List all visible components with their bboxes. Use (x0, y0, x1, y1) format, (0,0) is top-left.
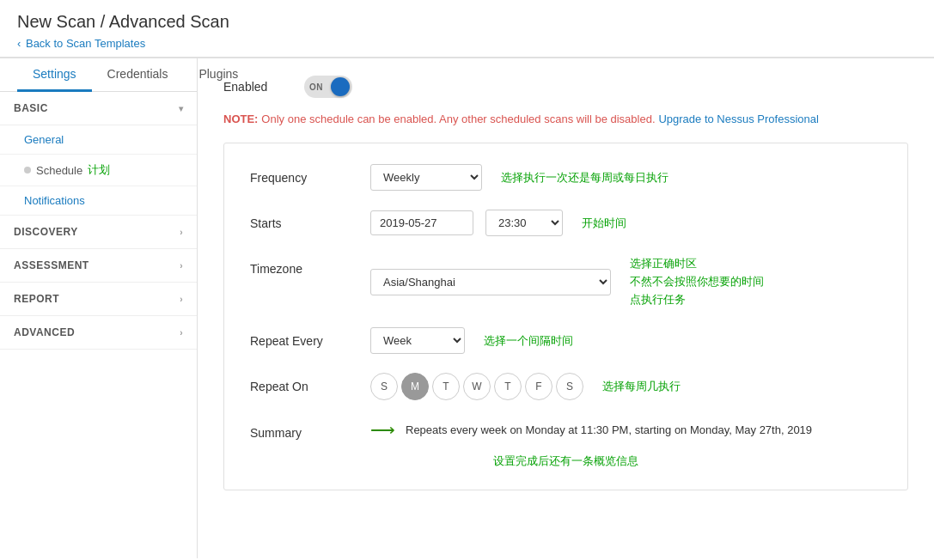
frequency-select[interactable]: Once Daily Weekly Monthly (370, 164, 482, 191)
day-btn-saturday[interactable]: S (556, 373, 583, 400)
note-text: Only one schedule can be enabled. Any ot… (261, 113, 655, 125)
tab-settings[interactable]: Settings (17, 58, 92, 92)
tab-credentials[interactable]: Credentials (92, 58, 184, 92)
timezone-label: Timezone (250, 255, 370, 276)
main-layout: Settings Credentials Plugins BASIC ▾ Gen… (0, 58, 934, 558)
enabled-row: Enabled ON (223, 76, 908, 98)
sidebar: Settings Credentials Plugins BASIC ▾ Gen… (0, 58, 198, 558)
frequency-label: Frequency (250, 164, 370, 185)
sidebar-report-section: REPORT › (0, 283, 197, 316)
sidebar-item-notifications[interactable]: Notifications (0, 186, 197, 216)
repeat-on-control: S M T W T F S 选择每周几执行 (370, 373, 882, 400)
frequency-row: Frequency Once Daily Weekly Monthly 选择执行… (250, 164, 882, 191)
sidebar-item-schedule[interactable]: Schedule 计划 (0, 155, 197, 186)
toggle-track[interactable]: ON (304, 76, 352, 98)
repeat-on-row: Repeat On S M T W T F S 选择每周几执行 (250, 373, 882, 400)
sidebar-discovery-header[interactable]: DISCOVERY › (0, 216, 197, 249)
day-btn-sunday[interactable]: S (370, 373, 398, 400)
summary-text: Repeats every week on Monday at 11:30 PM… (406, 423, 812, 436)
repeat-every-control: Day Week Month 选择一个间隔时间 (370, 327, 882, 354)
timezone-row: Timezone Asia/Shanghai 选择正确时区 不然不会按照你想要的… (250, 255, 882, 308)
summary-content: ⟶ Repeats every week on Monday at 11:30 … (370, 419, 882, 440)
repeat-every-select[interactable]: Day Week Month (370, 327, 465, 354)
upgrade-link[interactable]: Upgrade to Nessus Professional (658, 113, 818, 125)
chevron-right-icon-2: › (180, 261, 183, 271)
repeat-every-label: Repeat Every (250, 327, 370, 348)
sidebar-report-header[interactable]: REPORT › (0, 283, 197, 316)
day-btn-friday[interactable]: F (525, 373, 552, 400)
timezone-control: Asia/Shanghai 选择正确时区 不然不会按照你想要的时间 点执行任务 (370, 255, 882, 308)
sidebar-assessment-header[interactable]: ASSESSMENT › (0, 249, 197, 283)
sidebar-assessment-section: ASSESSMENT › (0, 249, 197, 283)
chevron-right-icon-4: › (180, 328, 183, 338)
schedule-dot-icon (24, 167, 31, 173)
content-inner: Enabled ON NOTE: Only one schedule can b… (198, 58, 934, 508)
page-title: New Scan / Advanced Scan (17, 12, 917, 32)
starts-row: Starts 23:30 开始时间 (250, 210, 882, 236)
back-link[interactable]: ‹ Back to Scan Templates (17, 37, 145, 50)
summary-row: Summary ⟶ Repeats every week on Monday a… (250, 419, 882, 440)
tabs-bar: Settings Credentials Plugins (0, 58, 197, 92)
repeat-annotation: 选择一个间隔时间 (484, 333, 573, 349)
page-header: New Scan / Advanced Scan ‹ Back to Scan … (0, 0, 934, 58)
starts-annotation: 开始时间 (582, 216, 626, 231)
summary-label: Summary (250, 419, 370, 440)
starts-label: Starts (250, 210, 370, 230)
back-arrow-icon: ‹ (17, 37, 21, 50)
chevron-right-icon: › (180, 228, 183, 237)
toggle-on-text: ON (309, 82, 323, 92)
sidebar-discovery-section: DISCOVERY › (0, 216, 197, 249)
toggle-knob (331, 77, 350, 96)
frequency-control: Once Daily Weekly Monthly 选择执行一次还是每周或每日执… (370, 164, 882, 191)
chevron-right-icon-3: › (180, 295, 183, 304)
summary-note: 设置完成后还有一条概览信息 (250, 453, 882, 469)
schedule-panel: Frequency Once Daily Weekly Monthly 选择执行… (223, 143, 908, 490)
content-area: Enabled ON NOTE: Only one schedule can b… (198, 58, 934, 558)
repeat-on-label: Repeat On (250, 373, 370, 393)
chevron-down-icon: ▾ (179, 104, 184, 113)
repeat-every-row: Repeat Every Day Week Month 选择一个间隔时间 (250, 327, 882, 354)
sidebar-basic-header[interactable]: BASIC ▾ (0, 92, 197, 125)
starts-date-input[interactable] (370, 210, 473, 235)
timezone-annotation: 选择正确时区 不然不会按照你想要的时间 点执行任务 (623, 255, 764, 308)
starts-time-select[interactable]: 23:30 (485, 210, 563, 236)
enabled-label: Enabled (223, 80, 292, 94)
sidebar-item-general[interactable]: General (0, 125, 197, 155)
day-btn-tuesday[interactable]: T (432, 373, 460, 400)
arrow-right-icon: ⟶ (370, 419, 395, 440)
day-btn-wednesday[interactable]: W (463, 373, 491, 400)
starts-control: 23:30 开始时间 (370, 210, 882, 236)
timezone-select[interactable]: Asia/Shanghai (370, 269, 611, 295)
note-label: NOTE: (223, 113, 258, 125)
sidebar-basic-section: BASIC ▾ General Schedule 计划 Notification… (0, 92, 197, 216)
sidebar-advanced-header[interactable]: ADVANCED › (0, 316, 197, 350)
day-btn-thursday[interactable]: T (494, 373, 522, 400)
note-box: NOTE: Only one schedule can be enabled. … (223, 112, 908, 125)
sidebar-advanced-section: ADVANCED › (0, 316, 197, 350)
toggle-container[interactable]: ON (304, 76, 352, 98)
day-buttons: S M T W T F S (370, 373, 583, 400)
days-annotation: 选择每周几执行 (602, 379, 681, 394)
frequency-annotation: 选择执行一次还是每周或每日执行 (501, 170, 668, 186)
day-btn-monday[interactable]: M (401, 373, 429, 400)
